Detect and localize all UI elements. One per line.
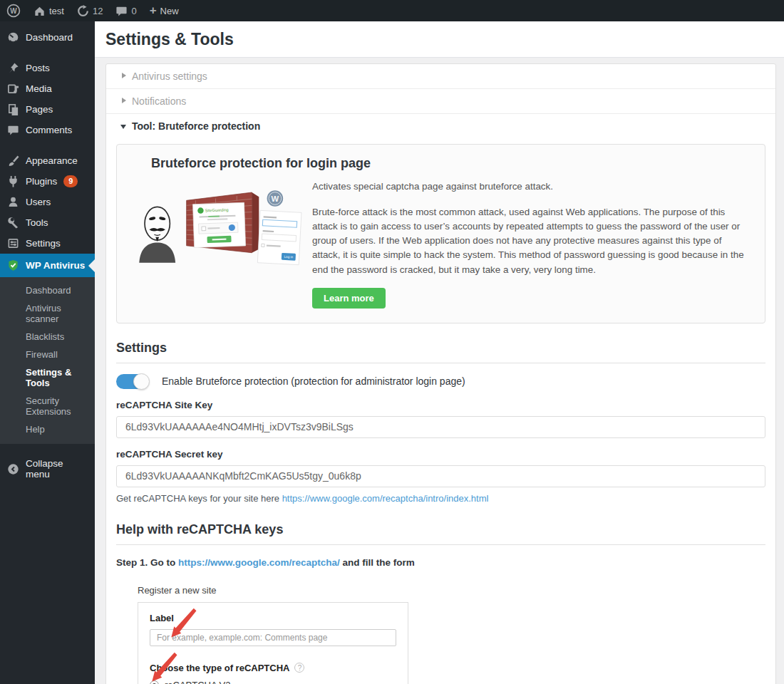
step1-suffix: and fill the form xyxy=(340,557,415,568)
plugins-update-badge: 9 xyxy=(63,175,78,187)
toggle-label: Enable Bruteforce protection (protection… xyxy=(162,375,465,387)
sidebar-item-label: Comments xyxy=(26,125,72,135)
bruteforce-illustration: SiteGuarding W xyxy=(131,177,302,276)
appearance-brush-icon xyxy=(7,155,19,167)
updates-icon xyxy=(77,5,89,17)
sidebar-item-plugins[interactable]: Plugins 9 xyxy=(0,171,95,192)
dashboard-icon xyxy=(7,31,19,43)
collapse-arrow-icon xyxy=(7,463,19,475)
settings-sliders-icon xyxy=(7,237,19,249)
site-name: test xyxy=(49,6,64,16)
updates-menu[interactable]: 12 xyxy=(71,0,109,21)
new-label: New xyxy=(160,6,179,16)
main-content: Settings & Tools Antivirus settings Noti… xyxy=(95,21,784,684)
submenu-item-dashboard[interactable]: Dashboard xyxy=(0,281,95,299)
promo-intro: Activates special captcha page against b… xyxy=(312,180,751,194)
sidebar-item-pages[interactable]: Pages xyxy=(0,99,95,120)
sidebar-item-users[interactable]: Users xyxy=(0,192,95,212)
page-title: Settings & Tools xyxy=(105,30,770,49)
red-arrow-v2-radio xyxy=(150,651,178,684)
recaptcha-link[interactable]: https://www.google.com/recaptcha/ xyxy=(178,557,340,568)
site-menu[interactable]: test xyxy=(27,0,71,21)
svg-text:W: W xyxy=(10,7,17,15)
submenu-item-security-extensions[interactable]: Security Extensions xyxy=(0,392,95,420)
current-menu-arrow xyxy=(88,259,95,272)
submenu-item-help[interactable]: Help xyxy=(0,420,95,438)
comment-bubble-icon xyxy=(115,5,128,17)
sidebar-item-label: WP Antivirus xyxy=(26,260,85,271)
antivirus-submenu: Dashboard Antivirus scanner Blacklists F… xyxy=(0,277,95,444)
promo-body: Brute-force attack is the most common at… xyxy=(312,205,751,277)
settings-section: Settings Enable Bruteforce protection (p… xyxy=(106,341,775,684)
sidebar-item-label: Settings xyxy=(26,238,61,249)
admin-sidebar: Dashboard Posts Media Pages Comments xyxy=(0,21,95,684)
accordion-bruteforce-protection[interactable]: Tool: Bruteforce protection xyxy=(106,114,775,138)
toggle-knob xyxy=(133,373,150,390)
pushpin-icon xyxy=(7,62,19,74)
recaptcha-intro-link[interactable]: https://www.google.com/recaptcha/intro/i… xyxy=(282,493,489,504)
sidebar-item-label: Appearance xyxy=(26,155,78,166)
keys-help-line: Get reCAPTCHA keys for your site here ht… xyxy=(116,493,765,504)
comments-icon xyxy=(7,124,19,136)
wrench-icon xyxy=(7,217,19,229)
svg-text:Log in: Log in xyxy=(284,255,294,259)
chevron-right-icon xyxy=(122,73,126,78)
help-question-icon: ? xyxy=(294,663,304,673)
antivirus-shield-icon xyxy=(7,259,19,271)
media-icon xyxy=(7,83,19,95)
svg-text:W: W xyxy=(272,195,279,203)
enable-bruteforce-toggle[interactable] xyxy=(116,374,149,389)
plugin-icon xyxy=(7,175,19,187)
step1-line: Step 1. Go to https://www.google.com/rec… xyxy=(116,557,765,568)
sidebar-item-appearance[interactable]: Appearance xyxy=(0,150,95,171)
sidebar-item-label: Pages xyxy=(26,104,53,115)
new-content-menu[interactable]: + New xyxy=(143,0,185,21)
accordion-label: Antivirus settings xyxy=(132,71,207,82)
gform-box: Label For example, example.com: Comments… xyxy=(138,602,408,684)
user-icon xyxy=(7,196,19,208)
submenu-item-settings-tools[interactable]: Settings & Tools xyxy=(0,363,95,392)
accordion-notifications[interactable]: Notifications xyxy=(106,89,775,114)
sidebar-item-media[interactable]: Media xyxy=(0,78,95,99)
comments-menu[interactable]: 0 xyxy=(109,0,143,21)
sidebar-item-label: Users xyxy=(26,197,51,207)
collapse-menu-label: Collapse menu xyxy=(26,458,89,480)
sidebar-item-posts[interactable]: Posts xyxy=(0,58,95,78)
svg-text:SiteGuarding: SiteGuarding xyxy=(205,207,229,212)
bruteforce-promo-panel: Bruteforce protection for login page xyxy=(116,144,765,323)
sidebar-item-label: Tools xyxy=(26,217,48,228)
accordion-label: Notifications xyxy=(132,95,186,107)
wp-logo-menu[interactable]: W xyxy=(0,0,27,21)
pages-icon xyxy=(7,103,19,115)
home-icon xyxy=(33,5,46,17)
page-header: Settings & Tools xyxy=(95,21,784,58)
accordion-antivirus-settings[interactable]: Antivirus settings xyxy=(106,64,775,89)
sidebar-item-label: Dashboard xyxy=(26,32,73,43)
plus-icon: + xyxy=(150,4,157,18)
settings-card: Antivirus settings Notifications Tool: B… xyxy=(105,63,776,684)
submenu-item-blacklists[interactable]: Blacklists xyxy=(0,328,95,346)
sidebar-item-label: Posts xyxy=(26,63,50,73)
sidebar-item-tools[interactable]: Tools xyxy=(0,212,95,233)
comment-count: 0 xyxy=(131,6,136,16)
sidebar-item-settings[interactable]: Settings xyxy=(0,233,95,254)
step1-prefix: Step 1. Go to xyxy=(116,557,178,568)
sidebar-item-label: Plugins xyxy=(26,176,57,187)
learn-more-button[interactable]: Learn more xyxy=(312,288,386,309)
recaptcha-help-screenshot: Register a new site Label For example, e… xyxy=(138,585,408,684)
collapse-menu-button[interactable]: Collapse menu xyxy=(0,454,95,484)
settings-heading: Settings xyxy=(116,341,765,363)
secret-key-input[interactable] xyxy=(116,465,765,487)
promo-description: Activates special captcha page against b… xyxy=(312,177,751,309)
secret-key-label: reCAPTCHA Secret key xyxy=(116,449,765,460)
submenu-item-antivirus-scanner[interactable]: Antivirus scanner xyxy=(0,299,95,328)
sidebar-item-dashboard[interactable]: Dashboard xyxy=(0,27,95,48)
sidebar-item-comments[interactable]: Comments xyxy=(0,120,95,140)
site-key-label: reCAPTCHA Site Key xyxy=(116,400,765,410)
site-key-input[interactable] xyxy=(116,416,765,438)
admin-bar: W test 12 0 + New xyxy=(0,0,784,21)
sidebar-item-wp-antivirus[interactable]: WP Antivirus xyxy=(0,254,95,277)
submenu-item-firewall[interactable]: Firewall xyxy=(0,346,95,363)
chevron-right-icon xyxy=(122,98,126,103)
promo-title: Bruteforce protection for login page xyxy=(151,156,751,171)
